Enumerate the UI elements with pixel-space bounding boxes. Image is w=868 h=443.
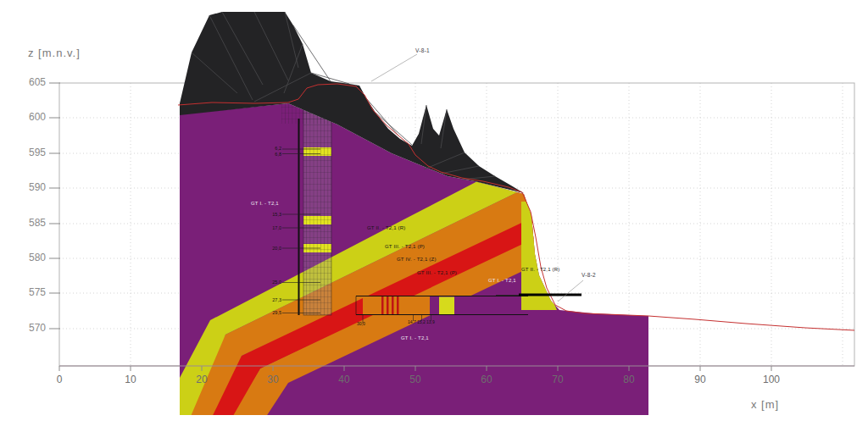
- depth-mark: 29,5: [261, 310, 281, 315]
- x-tick: 20: [187, 374, 216, 385]
- geo-label-gt2-right: GT II. - T2,1 (R): [521, 267, 560, 272]
- tunnel-mark: 15,2: [417, 320, 426, 324]
- geo-label-gt3-lower: GT III. - T2,1 (P): [417, 270, 457, 275]
- depth-mark: 25,0: [261, 280, 281, 285]
- geo-label-gt1-bottom: GT I. - T2,1: [401, 335, 429, 341]
- tunnel-mark: 14,7: [408, 320, 416, 324]
- x-axis-title: x [m]: [751, 398, 779, 411]
- depth-mark: 6,2: [261, 146, 281, 151]
- x-tick: 0: [45, 374, 74, 385]
- geo-label-gt1-right: GT I. - T2,1: [488, 278, 516, 283]
- x-tick: 30: [259, 374, 287, 385]
- x-tick: 80: [615, 374, 643, 385]
- borehole-label-v81: V-8-1: [415, 47, 430, 53]
- geological-cross-section: z [m.n.v.] x [m] 605 600 595 590 585 580…: [0, 0, 868, 443]
- depth-mark: 15,3: [261, 212, 281, 217]
- borehole-label-v82: V-8-2: [581, 272, 596, 278]
- y-tick: 595: [15, 147, 46, 158]
- geo-label-gt1-upper: GT I. - T2,1: [251, 201, 279, 206]
- geo-label-gt2-mid: GT II. - T2,1 (R): [367, 225, 406, 230]
- x-tick: 60: [472, 374, 501, 385]
- y-tick: 605: [15, 76, 46, 88]
- y-tick: 585: [15, 217, 46, 229]
- x-tick: 100: [757, 374, 786, 385]
- depth-mark: 17,0: [261, 225, 281, 230]
- x-tick: 10: [116, 374, 145, 385]
- x-tick: 90: [686, 374, 715, 385]
- y-tick: 590: [15, 181, 46, 193]
- depth-mark: 20,0: [261, 246, 281, 251]
- x-tick: 50: [401, 374, 430, 385]
- geo-label-gt3-upper: GT III. - T2,1 (P): [385, 244, 425, 249]
- y-tick: 575: [15, 286, 46, 298]
- geo-label-gt4-mid: GT IV. - T2,1 (Z): [397, 257, 437, 262]
- depth-mark: 27,3: [261, 297, 281, 302]
- x-tick: 70: [543, 374, 572, 385]
- tunnel-mark: 13,9: [426, 320, 435, 324]
- y-tick: 570: [15, 322, 46, 334]
- y-axis-title: z [m.n.v.]: [28, 47, 81, 59]
- x-tick: 40: [330, 374, 359, 385]
- y-tick: 580: [15, 252, 46, 263]
- depth-mark: 6,8: [261, 152, 281, 157]
- y-tick: 600: [15, 111, 46, 123]
- tunnel-mark: 30,0: [357, 322, 365, 326]
